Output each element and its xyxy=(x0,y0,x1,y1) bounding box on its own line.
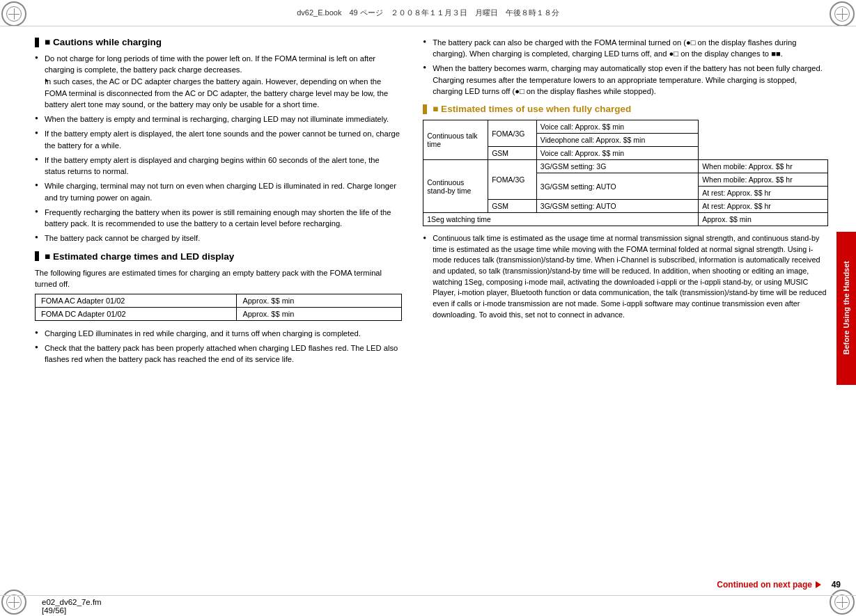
table-row: FOMA AC Adapter 01/02 Approx. $$ min xyxy=(36,294,402,307)
charge-table: FOMA AC Adapter 01/02 Approx. $$ min FOM… xyxy=(35,294,402,321)
footer-filename: e02_dv62_7e.fm xyxy=(42,598,102,606)
table-cell: FOMA/3G xyxy=(488,120,537,147)
heading-bar-3 xyxy=(423,104,427,114)
table-row: Continuous stand-by time FOMA/3G 3G/GSM … xyxy=(423,160,828,173)
charge-adapter-label-2: FOMA DC Adapter 01/02 xyxy=(36,307,237,320)
table-row: Continuous talk time FOMA/3G Voice call:… xyxy=(423,120,828,134)
bottom-footer: e02_dv62_7e.fm [49/56] xyxy=(0,595,856,616)
list-item: Check that the battery pack has been pro… xyxy=(35,342,402,365)
table-cell: GSM xyxy=(488,200,537,213)
table-row: FOMA DC Adapter 01/02 Approx. $$ min xyxy=(36,307,402,320)
heading-charge-times: ■ Estimated charge times and LED display xyxy=(35,251,402,262)
list-item: If the battery empty alert is displayed,… xyxy=(35,128,402,150)
table-cell: Videophone call: Approx. $$ min xyxy=(536,134,698,147)
list-item: Do not charge for long periods of time w… xyxy=(35,53,402,75)
list-item: If the battery empty alert is displayed … xyxy=(35,155,402,177)
table-cell: FOMA/3G xyxy=(488,160,537,200)
table-cell: When mobile: Approx. $$ hr xyxy=(699,173,828,187)
list-item: In such cases, the AC or DC adapter char… xyxy=(45,76,402,110)
heading-charge-times-text: ■ Estimated charge times and LED display xyxy=(45,251,234,262)
table-cell: When mobile: Approx. $$ hr xyxy=(699,160,828,173)
note-paragraph: Continuous talk time is estimated as the… xyxy=(423,233,828,320)
arrow-right-icon xyxy=(816,581,821,588)
continued-text: Continued on next page xyxy=(717,580,812,590)
table-cell: Continuous talk time xyxy=(423,120,488,160)
list-item: The battery pack can also be charged wit… xyxy=(423,37,828,59)
led-bullets: Charging LED illuminates in red while ch… xyxy=(35,328,402,365)
table-cell: Voice call: Approx. $$ min xyxy=(536,120,698,134)
table-cell: 3G/GSM setting: AUTO xyxy=(536,173,698,200)
table-cell: Continuous stand-by time xyxy=(423,160,488,213)
list-item: The battery pack cannot be charged by it… xyxy=(35,232,402,244)
charge-intro: The following figures are estimated time… xyxy=(35,267,402,290)
top-header: dv62_E.book 49 ページ ２００８年１１月３日 月曜日 午後８時１８… xyxy=(0,0,856,26)
main-content: ■ Cautions while charging Do not charge … xyxy=(35,26,828,595)
table-cell: 1Seg watching time xyxy=(423,213,699,226)
page-number: 49 xyxy=(832,580,841,590)
charge-adapter-label: FOMA AC Adapter 01/02 xyxy=(36,294,237,307)
header-text: dv62_E.book 49 ページ ２００８年１１月３日 月曜日 午後８時１８… xyxy=(297,8,559,18)
charge-adapter-value: Approx. $$ min xyxy=(237,294,402,307)
table-cell: Voice call: Approx. $$ min xyxy=(536,147,698,160)
side-tab: Before Using the Handset xyxy=(836,232,856,385)
table-cell: At rest: Approx. $$ hr xyxy=(699,200,828,213)
list-item: While charging, terminal may not turn on… xyxy=(35,180,402,203)
page-container: dv62_E.book 49 ページ ２００８年１１月３日 月曜日 午後８時１８… xyxy=(0,0,856,616)
estimated-times-table: Continuous talk time FOMA/3G Voice call:… xyxy=(423,120,828,226)
heading-estimated-times: ■ Estimated times of use when fully char… xyxy=(423,104,828,114)
list-item: When the battery is empty and terminal i… xyxy=(35,113,402,125)
heading-cautions-text: ■ Cautions while charging xyxy=(45,37,162,47)
list-item: Frequently recharging the battery when i… xyxy=(35,207,402,229)
table-cell: Approx. $$ min xyxy=(699,213,828,226)
table-cell: 3G/GSM setting: 3G xyxy=(536,160,698,173)
table-cell: At rest: Approx. $$ hr xyxy=(699,187,828,200)
table-cell: GSM xyxy=(488,147,537,160)
charge-adapter-value-2: Approx. $$ min xyxy=(237,307,402,320)
right-column: The battery pack can also be charged wit… xyxy=(423,26,828,595)
heading-cautions: ■ Cautions while charging xyxy=(35,37,402,47)
cautions-list: Do not charge for long periods of time w… xyxy=(35,53,402,244)
heading-estimated-times-text: ■ Estimated times of use when fully char… xyxy=(433,104,631,114)
footer-pageno: [49/56] xyxy=(42,606,66,615)
left-column: ■ Cautions while charging Do not charge … xyxy=(35,26,409,595)
heading-bar-2 xyxy=(35,251,39,261)
list-item: When the battery becomes warm, charging … xyxy=(423,63,828,97)
footer-left: e02_dv62_7e.fm [49/56] xyxy=(42,598,102,615)
continued-line: Continued on next page xyxy=(717,580,821,590)
battery-bullets: The battery pack can also be charged wit… xyxy=(423,37,828,97)
table-cell: 3G/GSM setting: AUTO xyxy=(536,200,698,213)
heading-bar-1 xyxy=(35,38,39,47)
table-row: 1Seg watching time Approx. $$ min xyxy=(423,213,828,226)
side-tab-text: Before Using the Handset xyxy=(842,261,850,354)
list-item: Charging LED illuminates in red while ch… xyxy=(35,328,402,339)
